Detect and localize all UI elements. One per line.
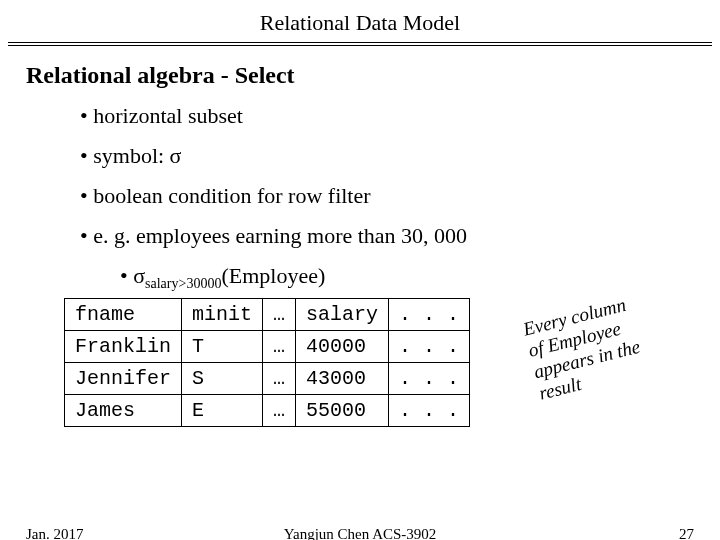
bullet-text: symbol:: [93, 143, 169, 168]
col-header: salary: [296, 299, 389, 331]
annotation-note: Every column of Employee appears in the …: [521, 279, 702, 404]
table-row: Jennifer S … 43000 . . .: [65, 363, 470, 395]
page-title: Relational Data Model: [0, 0, 720, 42]
col-header: …: [263, 299, 296, 331]
col-header: . . .: [389, 299, 470, 331]
bullet-list: horizontal subset symbol: σ boolean cond…: [80, 103, 720, 292]
col-header: fname: [65, 299, 182, 331]
cell: 55000: [296, 395, 389, 427]
expression-rest: (Employee): [221, 263, 325, 288]
divider-bottom: [8, 45, 712, 46]
cell: …: [263, 331, 296, 363]
divider-top: [8, 42, 712, 43]
expression-subscript: salary>30000: [145, 276, 221, 291]
cell: . . .: [389, 395, 470, 427]
cell: S: [182, 363, 263, 395]
col-header: minit: [182, 299, 263, 331]
cell: James: [65, 395, 182, 427]
cell: Franklin: [65, 331, 182, 363]
table-row: James E … 55000 . . .: [65, 395, 470, 427]
result-table: fname minit … salary . . . Franklin T … …: [64, 298, 470, 427]
page-number: 27: [679, 526, 694, 540]
bullet-item: symbol: σ: [80, 143, 720, 169]
bullet-item: horizontal subset: [80, 103, 720, 129]
bullet-item: e. g. employees earning more than 30, 00…: [80, 223, 720, 249]
cell: …: [263, 363, 296, 395]
sigma-symbol: σ: [170, 143, 182, 168]
cell: . . .: [389, 363, 470, 395]
table-header-row: fname minit … salary . . .: [65, 299, 470, 331]
cell: T: [182, 331, 263, 363]
cell: …: [263, 395, 296, 427]
footer-date: Jan. 2017: [26, 526, 84, 540]
bullet-item: boolean condition for row filter: [80, 183, 720, 209]
cell: E: [182, 395, 263, 427]
expression-item: σsalary>30000(Employee): [120, 263, 720, 292]
section-heading: Relational algebra - Select: [26, 62, 720, 89]
cell: 43000: [296, 363, 389, 395]
footer-center: Yangjun Chen ACS-3902: [284, 526, 437, 540]
cell: . . .: [389, 331, 470, 363]
sigma-symbol: σ: [133, 263, 145, 288]
cell: Jennifer: [65, 363, 182, 395]
cell: 40000: [296, 331, 389, 363]
table-row: Franklin T … 40000 . . .: [65, 331, 470, 363]
